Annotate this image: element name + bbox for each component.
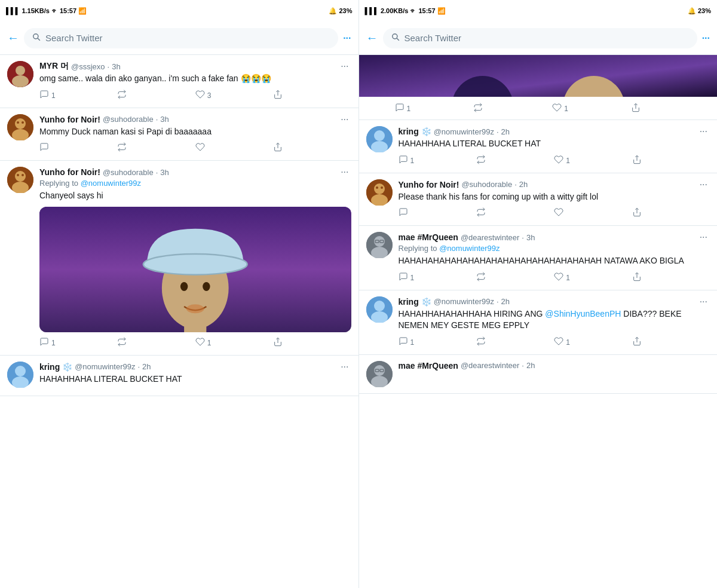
share-action-myr[interactable] [273,90,351,102]
share-icon-chanyeol [273,337,283,349]
retweet-yunho-thank[interactable] [476,207,554,219]
tweet-more-kring-hiring[interactable]: ··· [697,296,710,307]
reply-icon-mae-natawa [399,272,408,284]
reply-count-kring-hiring: 1 [410,338,415,347]
mention-nomo-mae[interactable]: @nomuwinter99z [439,244,500,253]
tweet-user-info-yunho-duck: Yunho for Noir! @suhodorable · 3h [39,115,338,124]
share-partial[interactable] [631,103,710,115]
dot-myr: · [108,62,110,71]
search-header-right: ← Search Twitter ··· [359,22,718,55]
wifi-icon-right: 📶 [437,7,446,15]
like-icon-yunho-thank [554,207,563,219]
avatar-yunho-1[interactable] [7,114,33,140]
svg-line-1 [38,38,40,41]
retweet-action-myr[interactable] [117,90,195,102]
share-mae-natawa[interactable] [632,272,710,284]
share-kring-hiring[interactable] [632,336,710,348]
retweet-action-yunho-duck[interactable] [117,142,195,154]
tweet-time-myr: 3h [112,62,120,71]
tweet-actions-kring-hiring: 1 1 [399,336,710,348]
share-action-yunho-duck[interactable] [273,142,351,154]
tweet-header-kring-bucket: kring ❄️ @nomuwinter99z · 2h ··· [399,126,710,137]
status-right-left: 🔔 23% [329,7,352,15]
retweet-icon-yunho-duck [117,142,127,154]
tweet-body-myr: MYR 머 @sssjexo · 3h ··· omg same.. wala … [39,61,351,102]
like-count-mae-natawa: 1 [566,274,570,282]
retweet-mae-natawa[interactable] [476,272,554,284]
svg-point-26 [186,304,204,313]
tweet-body-kring-bucket: kring ❄️ @nomuwinter99z · 2h ··· HAHAHHA… [399,126,710,167]
tweet-more-kring-left[interactable]: ··· [338,362,351,372]
tweet-more-kring-bucket[interactable]: ··· [697,126,710,137]
tweet-mae-natawa: mae #MrQueen @dearestwinteer · 3h ··· Re… [359,226,718,290]
like-action-myr[interactable]: 3 [195,90,273,102]
tweet-more-myr[interactable]: ··· [338,61,351,72]
signal-icon-right: ▌▌▌ [365,7,379,14]
retweet-kring-hiring[interactable] [476,336,554,348]
more-button-left[interactable]: ··· [343,33,351,44]
tweet-text-yunho-chanyeol: Chanyeol says hi [39,190,351,202]
tweet-yunho-chanyeol: Yunho for Noir! @suhodorable · 3h ··· Re… [0,161,358,356]
reply-icon-kring-hiring [399,336,408,348]
like-partial[interactable]: 1 [552,103,631,115]
tweet-handle-mae-natawa: @dearestwinteer [461,233,519,242]
signal-icon-left: ▌▌▌ [6,7,20,14]
back-button-right[interactable]: ← [366,31,378,45]
retweet-icon-kring-bucket [476,155,486,167]
search-box-right[interactable]: Search Twitter [383,28,697,48]
tweet-handle-yunho-duck: @suhodorable [103,115,154,124]
reply-yunho-thank[interactable] [399,207,476,219]
retweet-partial[interactable] [473,103,552,115]
share-yunho-thank[interactable] [632,207,710,219]
like-mae-natawa[interactable]: 1 [554,272,632,284]
svg-point-25 [203,282,210,291]
avatar-mae-1[interactable] [366,232,393,258]
reply-mae-natawa[interactable]: 1 [399,272,476,284]
reply-icon-myr [39,90,49,102]
reply-action-yunho-duck[interactable] [39,142,117,154]
share-action-chanyeol[interactable] [273,337,351,349]
tweet-user-info-yunho-chanyeol: Yunho for Noir! @suhodorable · 3h [39,167,338,177]
tweet-body-yunho-duck: Yunho for Noir! @suhodorable · 3h ··· Mo… [39,114,351,155]
back-button-left[interactable]: ← [7,31,19,45]
tweet-kring-left: kring ❄️ @nomuwinter99z · 2h ··· HAHAHHA… [0,356,358,397]
svg-point-3 [16,66,25,75]
mention-nomuwinter[interactable]: @nomuwinter99z [81,179,141,188]
avatar-mae-2[interactable] [366,361,393,387]
like-action-yunho-duck[interactable] [195,142,273,154]
mention-shin[interactable]: @ShinHyunBeenPH [545,309,621,318]
avatar-yunho-2[interactable] [7,167,33,193]
reply-kring-bucket[interactable]: 1 [399,155,476,167]
avatar-yunho-right[interactable] [366,179,393,206]
retweet-icon-partial [473,103,483,115]
tweet-more-yunho-chanyeol[interactable]: ··· [338,167,351,177]
avatar-kring-right-2[interactable] [366,296,393,323]
like-yunho-thank[interactable] [554,207,632,219]
avatar-kring-left[interactable] [7,362,33,388]
tweet-header-mae-bottom: mae #MrQueen @dearestwinteer ·2h [399,361,710,370]
reply-action-chanyeol[interactable]: 1 [39,337,117,349]
like-action-chanyeol[interactable]: 1 [195,337,273,349]
like-kring-hiring[interactable]: 1 [554,336,632,348]
tweet-more-yunho-thank[interactable]: ··· [697,179,710,190]
retweet-action-chanyeol[interactable] [117,337,195,349]
tweet-more-mae-natawa[interactable]: ··· [697,232,710,243]
tweet-name-kring-hiring: kring ❄️ [399,297,431,307]
search-box-left[interactable]: Search Twitter [24,28,338,48]
tweet-more-yunho-duck[interactable]: ··· [338,114,351,125]
share-kring-bucket[interactable] [632,155,710,167]
retweet-icon-chanyeol [117,337,127,349]
more-button-right[interactable]: ··· [702,33,710,44]
replying-to-yunho-chanyeol: Replying to @nomuwinter99z [39,179,351,188]
reply-action-myr[interactable]: 1 [39,90,117,102]
avatar-kring-right-1[interactable] [366,126,393,152]
reply-partial[interactable]: 1 [395,103,474,115]
search-icon-right [391,33,400,44]
tweet-header-kring-left: kring ❄️ @nomuwinter99z · 2h ··· [39,362,351,372]
avatar-myr[interactable] [7,61,33,87]
retweet-kring-bucket[interactable] [476,155,554,167]
reply-kring-hiring[interactable]: 1 [399,336,476,348]
like-kring-bucket[interactable]: 1 [554,155,632,167]
search-icon-left [32,33,41,44]
tweet-body-yunho-thank: Yunho for Noir! @suhodorable · 2h ··· Pl… [399,179,710,220]
